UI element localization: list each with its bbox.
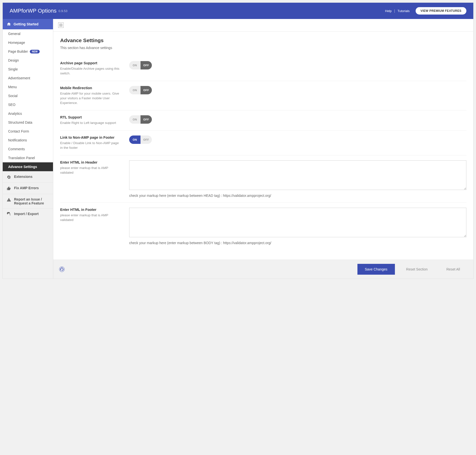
sidebar-item-label: Homepage [8, 41, 25, 45]
sidebar-item-label: Menu [8, 85, 17, 89]
field-html-footer: Enter HTML in Footer please enter markup… [60, 203, 466, 250]
toggle-off[interactable]: OFF [141, 86, 152, 94]
sidebar-item-advertisement[interactable]: Advertisement [3, 74, 53, 83]
page-desc: This section has Advance settings [60, 46, 466, 50]
sidebar-item-contact-form[interactable]: Contact Form [3, 127, 53, 136]
field-help: please enter markup that is AMP validate… [60, 166, 122, 175]
sidebar-item-seo[interactable]: SEO [3, 100, 53, 109]
field-label: Mobile Redirection [60, 86, 122, 90]
sidebar-item-label: Comments [8, 147, 25, 151]
field-label: Enter HTML in Footer [60, 208, 122, 212]
field-help: Enable / Disable Link to Non-AMP page in… [60, 141, 122, 150]
sidebar-item-structured-data[interactable]: Structured Data [3, 118, 53, 127]
field-rtl-support: RTL Support Enable Right to Left languag… [60, 110, 466, 131]
sidebar-parent-getting-started[interactable]: Getting Started [3, 19, 53, 29]
field-help: please enter markup that is AMP validate… [60, 213, 122, 222]
app-version: 0.9.53 [58, 9, 67, 13]
new-badge: NEW [30, 50, 39, 53]
sidebar-item-label: Design [8, 58, 19, 62]
html-footer-input[interactable] [129, 208, 466, 237]
sidebar-section-fix-errors[interactable]: Fix AMP Errors [3, 183, 53, 194]
expand-all-icon[interactable] [58, 22, 64, 28]
field-mobile-redirection: Mobile Redirection Enable AMP for your m… [60, 81, 466, 111]
sidebar-item-translation-panel[interactable]: Translation Panel [3, 153, 53, 162]
gear-icon [7, 175, 11, 179]
archive-toggle[interactable]: ON OFF [129, 61, 152, 69]
html-header-input[interactable] [129, 160, 466, 190]
toggle-on[interactable]: ON [129, 135, 141, 144]
field-help: Enable AMP for your mobile users. Give y… [60, 91, 122, 105]
sidebar: Getting Started GeneralHomepagePage Buil… [3, 19, 53, 279]
tutorials-link[interactable]: Tutorials [395, 9, 412, 13]
sidebar-item-general[interactable]: General [3, 29, 53, 38]
field-help: Enable Right to Left language support [60, 121, 122, 125]
home-icon [7, 22, 11, 26]
save-button[interactable]: Save Changes [357, 264, 395, 275]
github-link[interactable] [59, 267, 65, 272]
sidebar-item-analytics[interactable]: Analytics [3, 109, 53, 118]
github-icon [60, 268, 64, 271]
sidebar-item-label: Contact Form [8, 129, 29, 133]
sidebar-section-label: Report an Issue / Request a Feature [14, 197, 49, 205]
field-html-header: Enter HTML in Header please enter markup… [60, 155, 466, 203]
topbar: AMPforWP Options 0.9.53 Help | Tutorials… [3, 3, 473, 19]
sidebar-section-label: Extensions [14, 175, 33, 179]
sidebar-item-label: Single [8, 67, 18, 71]
html-footer-note: check your markup here (enter markup bet… [129, 241, 466, 245]
page-title: Advance Settings [60, 37, 466, 43]
html-header-note: check your markup here (enter markup bet… [129, 194, 466, 198]
sidebar-item-page-builder[interactable]: Page BuilderNEW [3, 47, 53, 56]
toggle-on[interactable]: ON [129, 86, 141, 94]
field-label: Enter HTML in Header [60, 160, 122, 164]
sidebar-section-extensions[interactable]: Extensions [3, 171, 53, 183]
expand-icon [59, 24, 62, 27]
sidebar-item-label: Page Builder [8, 50, 28, 53]
reset-section-button[interactable]: Reset Section [399, 264, 435, 275]
refresh-icon [7, 212, 11, 217]
sidebar-item-menu[interactable]: Menu [3, 83, 53, 91]
field-archive-support: Archive page Support Enable/Disable Arch… [60, 56, 466, 81]
sidebar-item-label: Structured Data [8, 120, 32, 124]
sidebar-item-single[interactable]: Single [3, 65, 53, 74]
toggle-off[interactable]: OFF [141, 61, 152, 69]
sidebar-section-label: Import / Export [14, 212, 39, 216]
sidebar-item-homepage[interactable]: Homepage [3, 38, 53, 47]
sidebar-section-report[interactable]: Report an Issue / Request a Feature [3, 194, 53, 208]
sidebar-item-advance-settings[interactable]: Advance Settings [3, 162, 53, 171]
reset-all-button[interactable]: Reset All [439, 264, 467, 275]
sidebar-section-label: Fix AMP Errors [14, 186, 39, 190]
nonamp-toggle[interactable]: ON OFF [129, 135, 152, 144]
sidebar-item-social[interactable]: Social [3, 91, 53, 100]
sidebar-item-label: Analytics [8, 112, 22, 116]
toggle-on[interactable]: ON [129, 61, 141, 69]
sidebar-item-design[interactable]: Design [3, 56, 53, 65]
warning-icon [7, 198, 11, 202]
toggle-off[interactable]: OFF [141, 135, 152, 144]
sidebar-parent-label: Getting Started [14, 22, 38, 26]
sidebar-item-label: Advance Settings [8, 165, 37, 169]
sidebar-section-import-export[interactable]: Import / Export [3, 208, 53, 220]
view-premium-button[interactable]: VIEW PREMIUM FEATURES [416, 7, 466, 15]
toggle-on[interactable]: ON [129, 115, 141, 124]
rtl-toggle[interactable]: ON OFF [129, 115, 152, 124]
sidebar-item-label: SEO [8, 103, 16, 107]
sidebar-item-label: Social [8, 94, 18, 98]
sidebar-item-notifications[interactable]: Notifications [3, 136, 53, 145]
help-link[interactable]: Help [383, 9, 394, 13]
footer-bar: Save Changes Reset Section Reset All [53, 260, 473, 279]
separator: | [394, 9, 395, 13]
sidebar-item-label: General [8, 32, 20, 36]
toggle-off[interactable]: OFF [141, 115, 152, 124]
field-nonamp-link: Link to Non-AMP page in Footer Enable / … [60, 131, 466, 155]
field-help: Enable/Disable Archive pages using this … [60, 67, 122, 76]
sidebar-item-comments[interactable]: Comments [3, 145, 53, 153]
mobile-toggle[interactable]: ON OFF [129, 86, 152, 94]
field-label: Archive page Support [60, 61, 122, 65]
sidebar-item-label: Advertisement [8, 76, 30, 80]
thumbs-up-icon [7, 186, 11, 191]
sidebar-item-label: Translation Panel [8, 156, 35, 160]
app-title: AMPforWP Options [10, 8, 56, 14]
field-label: Link to Non-AMP page in Footer [60, 135, 122, 139]
field-label: RTL Support [60, 115, 122, 119]
main-header [53, 19, 473, 32]
